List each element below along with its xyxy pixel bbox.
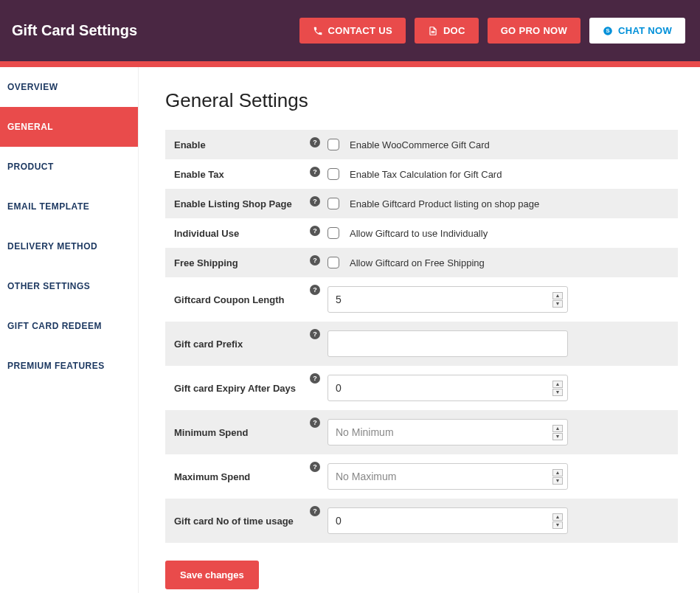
expiry-days-field: ▲ ▼: [328, 375, 568, 401]
enable-listing-checkbox[interactable]: [328, 198, 339, 209]
coupon-length-input[interactable]: [336, 294, 552, 305]
row-label: Minimum Spend: [174, 427, 302, 438]
go-pro-button[interactable]: GO PRO NOW: [488, 18, 581, 44]
row-description: Allow Giftcard on Free Shipping: [350, 257, 485, 268]
spinner-up-icon[interactable]: ▲: [552, 425, 563, 432]
row-expiry-days: Gift card Expiry After Days ? ▲ ▼: [165, 366, 678, 410]
help-icon[interactable]: ?: [310, 417, 320, 428]
sidebar-item-product[interactable]: PRODUCT: [0, 147, 138, 187]
phone-icon: [313, 26, 323, 36]
individual-use-checkbox[interactable]: [328, 227, 339, 239]
row-label: Gift card No of time usage: [174, 516, 302, 527]
save-changes-button[interactable]: Save changes: [165, 561, 259, 589]
spinner-down-icon[interactable]: ▼: [552, 300, 563, 308]
row-free-shipping: Free Shipping ? Allow Giftcard on Free S…: [165, 248, 678, 277]
row-individual-use: Individual Use ? Allow Giftcard to use I…: [165, 218, 678, 248]
page-header: Gift Card Settings CONTACT US DOC GO PRO…: [0, 0, 700, 61]
document-icon: [428, 26, 438, 36]
help-icon[interactable]: ?: [310, 137, 320, 148]
help-icon[interactable]: ?: [310, 255, 320, 266]
spinner: ▲ ▼: [552, 469, 563, 485]
help-icon[interactable]: ?: [310, 226, 320, 236]
sidebar-item-label: GIFT CARD REDEEM: [7, 321, 102, 331]
coupon-length-field: ▲ ▼: [328, 286, 568, 313]
sidebar-item-label: OTHER SETTINGS: [7, 281, 90, 291]
header-button-group: CONTACT US DOC GO PRO NOW S CHAT NOW: [299, 18, 685, 44]
sidebar-item-other-settings[interactable]: OTHER SETTINGS: [0, 266, 138, 306]
help-icon[interactable]: ?: [310, 196, 320, 207]
spinner: ▲ ▼: [552, 425, 563, 440]
usage-count-field: ▲ ▼: [328, 507, 568, 534]
sidebar-item-label: DELIVERY METHOD: [7, 241, 97, 252]
contact-us-button[interactable]: CONTACT US: [299, 18, 406, 44]
go-pro-label: GO PRO NOW: [501, 25, 567, 36]
row-label: Individual Use: [174, 228, 302, 239]
spinner-up-icon[interactable]: ▲: [552, 513, 563, 521]
max-spend-field: ▲ ▼: [328, 463, 568, 490]
sidebar-item-label: GENERAL: [7, 122, 53, 132]
spinner: ▲ ▼: [552, 381, 563, 396]
help-icon[interactable]: ?: [310, 329, 320, 339]
row-label: Gift card Expiry After Days: [174, 383, 302, 394]
prefix-field: [328, 330, 568, 357]
row-enable-listing: Enable Listing Shop Page ? Enable Giftca…: [165, 189, 678, 218]
spinner: ▲ ▼: [552, 513, 563, 529]
row-enable: Enable ? Enable WooCommerce Gift Card: [165, 130, 678, 159]
help-icon[interactable]: ?: [310, 285, 320, 295]
enable-tax-checkbox[interactable]: [328, 168, 339, 180]
spinner: ▲ ▼: [552, 292, 563, 308]
free-shipping-checkbox[interactable]: [328, 257, 339, 268]
sidebar-item-overview[interactable]: OVERVIEW: [0, 67, 138, 107]
doc-button[interactable]: DOC: [415, 18, 479, 44]
min-spend-input[interactable]: [336, 426, 552, 438]
max-spend-input[interactable]: [336, 471, 552, 482]
help-icon[interactable]: ?: [310, 462, 320, 472]
row-label: Enable Tax: [174, 169, 302, 180]
usage-count-input[interactable]: [336, 515, 552, 527]
spinner-up-icon[interactable]: ▲: [552, 381, 563, 388]
sidebar-item-label: OVERVIEW: [7, 82, 58, 92]
spinner-up-icon[interactable]: ▲: [552, 469, 563, 476]
expiry-days-input[interactable]: [336, 382, 552, 394]
chat-now-label: CHAT NOW: [618, 25, 672, 36]
spinner-down-icon[interactable]: ▼: [552, 433, 563, 440]
row-label: Enable Listing Shop Page: [174, 198, 302, 209]
help-icon[interactable]: ?: [310, 167, 320, 177]
sidebar-item-delivery-method[interactable]: DELIVERY METHOD: [0, 226, 138, 266]
sidebar-item-email-template[interactable]: EMAIL TEMPLATE: [0, 187, 138, 226]
sidebar-item-gift-card-redeem[interactable]: GIFT CARD REDEEM: [0, 306, 138, 346]
prefix-input[interactable]: [336, 338, 563, 350]
row-description: Enable WooCommerce Gift Card: [350, 139, 490, 150]
row-label: Maximum Spend: [174, 471, 302, 482]
row-coupon-length: Giftcard Coupon Length ? ▲ ▼: [165, 277, 678, 322]
svg-text:S: S: [606, 27, 609, 34]
row-usage-count: Gift card No of time usage ? ▲ ▼: [165, 499, 678, 543]
sidebar: OVERVIEW GENERAL PRODUCT EMAIL TEMPLATE …: [0, 67, 139, 593]
spinner-down-icon[interactable]: ▼: [552, 389, 563, 396]
header-title: Gift Card Settings: [12, 22, 137, 39]
chat-now-button[interactable]: S CHAT NOW: [589, 18, 685, 44]
row-description: Allow Giftcard to use Individually: [350, 228, 488, 239]
row-description: Enable Tax Calculation for Gift Card: [350, 169, 502, 180]
help-icon[interactable]: ?: [310, 506, 320, 516]
doc-label: DOC: [443, 25, 465, 36]
row-prefix: Gift card Prefix ?: [165, 322, 678, 366]
row-min-spend: Minimum Spend ? ▲ ▼: [165, 410, 678, 454]
main-panel: General Settings Enable ? Enable WooComm…: [139, 67, 700, 593]
spinner-down-icon[interactable]: ▼: [552, 477, 563, 485]
row-enable-tax: Enable Tax ? Enable Tax Calculation for …: [165, 159, 678, 189]
spinner-down-icon[interactable]: ▼: [552, 521, 563, 529]
row-max-spend: Maximum Spend ? ▲ ▼: [165, 454, 678, 499]
sidebar-item-premium-features[interactable]: PREMIUM FEATURES: [0, 346, 138, 386]
sidebar-item-general[interactable]: GENERAL: [0, 107, 138, 147]
row-description: Enable Giftcard Product listing on shop …: [350, 198, 539, 209]
spinner-up-icon[interactable]: ▲: [552, 292, 563, 299]
help-icon[interactable]: ?: [310, 373, 320, 384]
accent-strip: [0, 61, 700, 67]
enable-checkbox[interactable]: [328, 139, 339, 150]
row-label: Enable: [174, 139, 302, 150]
min-spend-field: ▲ ▼: [328, 419, 568, 445]
sidebar-item-label: EMAIL TEMPLATE: [7, 201, 89, 212]
row-label: Free Shipping: [174, 257, 302, 268]
skype-icon: S: [603, 26, 613, 36]
